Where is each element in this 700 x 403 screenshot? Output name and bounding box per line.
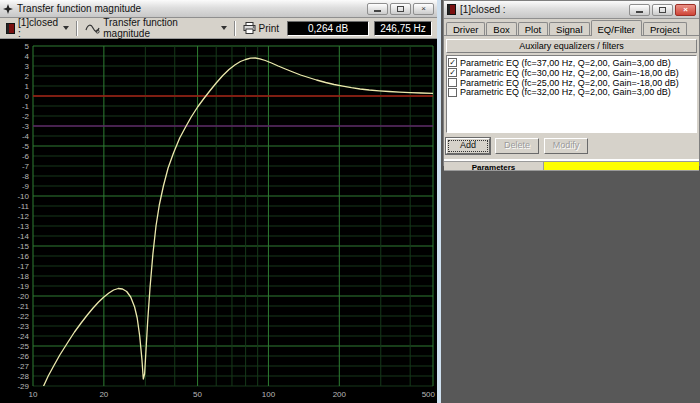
svg-text:-21: -21 [17,302,29,311]
tab-plot[interactable]: Plot [518,22,548,35]
svg-text:-25: -25 [17,342,29,351]
parameters-label: Parameters [444,161,544,171]
filter-label: Parametric EQ (fc=25,00 Hz, Q=2,00, Gain… [460,78,679,88]
checkbox-checked[interactable]: ✓ [448,68,457,77]
svg-text:5: 5 [25,42,30,51]
svg-text:50: 50 [193,390,202,399]
filter-label: Parametric EQ (fc=32,00 Hz, Q=2,00, Gain… [460,87,671,97]
svg-text:-26: -26 [17,352,29,361]
svg-text:-9: -9 [22,182,30,191]
delete-button[interactable]: Delete [495,138,539,154]
printer-icon [243,22,256,34]
svg-text:-17: -17 [17,262,29,271]
tab-driver[interactable]: Driver [446,22,485,35]
svg-text:-14: -14 [17,232,29,241]
svg-text:-7: -7 [22,162,30,171]
plot-area[interactable]: 543210-1-2-3-4-5-6-7-8-9-10-11-12-13-14-… [0,39,437,403]
svg-text:-10: -10 [17,192,29,201]
filter-list-item[interactable]: Parametric EQ (fc=32,00 Hz, Q=2,00, Gain… [448,87,695,97]
tab-project[interactable]: Project [643,22,687,35]
svg-text:0: 0 [25,92,30,101]
project-icon [6,23,15,34]
maximize-button[interactable] [390,3,411,15]
svg-text:-12: -12 [17,212,29,221]
filter-list-item[interactable]: Parametric EQ (fc=25,00 Hz, Q=2,00, Gain… [448,78,695,88]
project-selector[interactable]: [1]closed : [4,16,71,40]
svg-text:-28: -28 [17,372,29,381]
transfer-function-plot[interactable]: 543210-1-2-3-4-5-6-7-8-9-10-11-12-13-14-… [0,39,437,403]
tab-signal[interactable]: Signal [549,22,589,35]
tab-box[interactable]: Box [486,22,516,35]
svg-text:4: 4 [25,52,30,61]
svg-text:-11: -11 [18,202,30,211]
svg-text:-27: -27 [17,362,29,371]
svg-text:-20: -20 [17,292,29,301]
eq-window-titlebar[interactable]: [1]closed : × [444,1,699,19]
print-button[interactable]: Print [241,21,282,35]
graph-type-label: Transfer function magnitude [103,17,215,39]
print-label: Print [259,23,280,34]
svg-text:-15: -15 [17,242,29,251]
project-selector-label: [1]closed : [18,17,58,39]
checkbox-checked[interactable]: ✓ [448,58,457,67]
svg-text:1: 1 [25,82,30,91]
crosshair-icon [3,4,13,14]
eq-window-controls: × [629,4,696,16]
filter-listbox[interactable]: ✓Parametric EQ (fc=37,00 Hz, Q=2,00, Gai… [446,55,697,133]
svg-text:-13: -13 [17,222,29,231]
cursor-db-readout: 0,264 dB [287,21,369,36]
filter-list-item[interactable]: ✓Parametric EQ (fc=30,00 Hz, Q=2,00, Gai… [448,68,695,78]
toolbar-separator [234,21,236,36]
checkbox-unchecked[interactable] [448,88,457,97]
curve-icon [85,23,100,34]
svg-text:-16: -16 [17,252,29,261]
checkbox-unchecked[interactable] [448,78,457,87]
minimize-button[interactable] [367,3,388,15]
chevron-down-icon [221,26,227,30]
eq-window-title: [1]closed : [460,4,506,15]
tab-eq-filter[interactable]: EQ/Filter [591,20,642,36]
svg-text:10: 10 [29,390,38,399]
close-button[interactable]: × [413,3,434,15]
svg-text:2: 2 [25,72,30,81]
toolbar-separator [76,21,78,36]
eq-window: [1]closed : × DriverBoxPlotSignalEQ/Filt… [443,0,700,166]
minimize-button[interactable] [629,4,650,16]
svg-text:-5: -5 [22,142,30,151]
svg-text:-24: -24 [17,332,29,341]
svg-text:3: 3 [25,62,30,71]
parameters-value-cell[interactable] [544,161,699,171]
svg-text:-1: -1 [22,102,30,111]
filter-label: Parametric EQ (fc=37,00 Hz, Q=2,00, Gain… [460,58,671,68]
modify-button[interactable]: Modify [544,138,588,154]
app-icon [447,4,456,15]
parameters-bar: Parameters [444,159,699,171]
chevron-down-icon [63,26,69,30]
svg-text:20: 20 [99,390,108,399]
filter-label: Parametric EQ (fc=30,00 Hz, Q=2,00, Gain… [460,68,679,78]
svg-text:-18: -18 [17,272,29,281]
svg-text:500: 500 [422,390,436,399]
auxiliary-filters-header: Auxilary equalizers / filters [446,39,697,53]
svg-text:-22: -22 [17,312,29,321]
svg-text:-19: -19 [17,282,29,291]
graph-type-selector[interactable]: Transfer function magnitude [83,16,228,40]
svg-text:-23: -23 [17,322,29,331]
filter-buttons: Add Delete Modify [446,138,697,154]
svg-text:100: 100 [262,390,276,399]
eq-tabbar: DriverBoxPlotSignalEQ/FilterProject [444,19,699,36]
svg-text:-6: -6 [22,152,30,161]
plot-window: Transfer function magnitude × [1]closed … [0,0,441,403]
plot-toolbar: [1]closed : Transfer function magnitude … [0,18,437,39]
svg-text:-3: -3 [22,122,30,131]
svg-text:-4: -4 [22,132,30,141]
svg-text:-8: -8 [22,172,30,181]
maximize-button[interactable] [652,4,673,16]
plot-window-title: Transfer function magnitude [17,3,141,14]
svg-text:-2: -2 [22,112,30,121]
add-button[interactable]: Add [446,138,490,154]
close-button[interactable]: × [675,4,696,16]
cursor-frequency-readout: 246,75 Hz [374,21,432,36]
filter-list-item[interactable]: ✓Parametric EQ (fc=37,00 Hz, Q=2,00, Gai… [448,58,695,68]
svg-text:200: 200 [333,390,347,399]
